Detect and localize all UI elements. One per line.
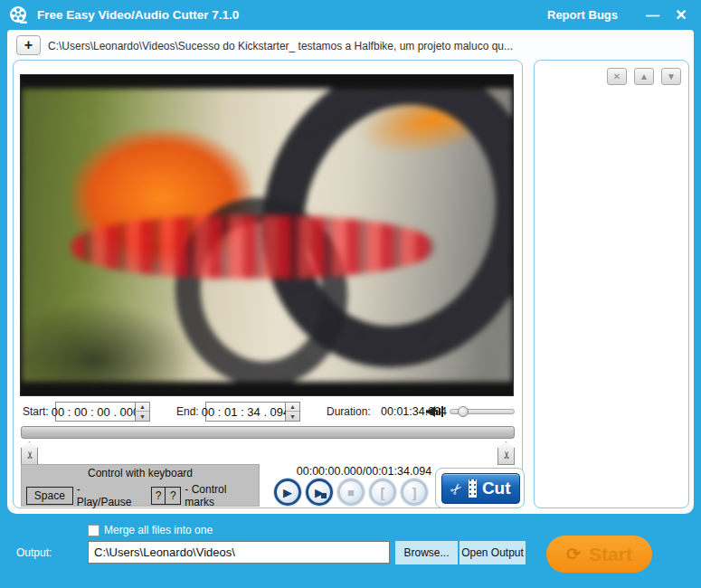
mark-out-button[interactable]: ] [401, 479, 428, 506]
play-pause-hint: - Play/Pause [77, 483, 138, 508]
remove-segment-button[interactable]: ✕ [607, 68, 627, 85]
duration-label: Duration: [327, 405, 371, 418]
speaker-icon[interactable] [426, 405, 442, 418]
scissors-icon: ✂ [497, 450, 516, 459]
playback-controls: ▶ ▶ ■ [ ] [274, 479, 428, 506]
end-spin-up-icon[interactable]: ▲ [286, 403, 299, 412]
move-up-icon: ▲ [639, 71, 649, 81]
mark-keycap-1: ? [151, 487, 166, 505]
scissors-icon: ✂ [21, 450, 39, 459]
keyboard-help-panel: Control with keyboard Space - Play/Pause… [21, 464, 260, 507]
open-output-button[interactable]: Open Output [459, 541, 526, 564]
play-selection-button[interactable]: ▶ [306, 479, 333, 506]
end-time-stepper[interactable]: ▲ ▼ [286, 402, 300, 422]
app-logo-icon [8, 5, 30, 26]
mark-in-button[interactable]: [ [369, 479, 396, 506]
cut-scissors-icon: ✂ [447, 479, 468, 499]
output-path-input[interactable] [88, 541, 390, 564]
space-keycap: Space [26, 487, 73, 505]
cut-start-marker[interactable]: ✂ [21, 441, 38, 465]
start-label: Start: [23, 405, 49, 418]
add-file-button[interactable]: + [16, 35, 41, 55]
start-button[interactable]: ⟳ Start [546, 536, 652, 573]
refresh-icon: ⟳ [566, 545, 581, 563]
content-area: + C:\Users\Leonardo\Videos\Sucesso do Ki… [7, 30, 694, 514]
volume-slider[interactable] [450, 409, 515, 414]
output-bar: Merge all files into one Output: Browse.… [0, 514, 701, 588]
move-up-button[interactable]: ▲ [634, 68, 654, 85]
volume-slider-thumb[interactable] [458, 406, 469, 417]
close-button[interactable]: ✕ [670, 6, 692, 24]
stop-icon: ■ [347, 487, 355, 498]
segment-list-panel: ✕ ▲ ▼ [534, 60, 689, 508]
video-frame-art [22, 89, 512, 382]
output-label: Output: [16, 546, 52, 559]
control-marks-hint: - Control marks [185, 483, 259, 508]
end-spin-down-icon[interactable]: ▼ [286, 412, 299, 421]
file-tab[interactable]: C:\Users\Leonardo\Videos\Sucesso do Kick… [48, 40, 513, 52]
merge-files-checkbox[interactable] [88, 525, 99, 536]
stop-button[interactable]: ■ [337, 479, 365, 506]
merge-files-label: Merge all files into one [104, 524, 213, 536]
filmstrip-icon [469, 479, 477, 498]
cut-button-label: Cut [482, 479, 511, 498]
mark-out-icon: ] [412, 486, 417, 499]
start-spin-down-icon[interactable]: ▼ [136, 412, 149, 421]
move-down-icon: ▼ [667, 71, 676, 81]
remove-icon: ✕ [613, 71, 620, 81]
minimize-button[interactable]: — [641, 7, 663, 23]
start-button-label: Start [589, 544, 632, 565]
end-time-input[interactable]: 00 : 01 : 34 . 094 [205, 402, 286, 422]
mark-in-icon: [ [381, 486, 385, 499]
start-spin-up-icon[interactable]: ▲ [136, 403, 149, 412]
cut-end-marker[interactable]: ✂ [497, 441, 515, 465]
cut-button-box: ✂ Cut [435, 468, 525, 508]
video-preview[interactable] [20, 74, 514, 396]
playback-time: 00:00:00.000/00:01:34.094 [267, 465, 461, 478]
move-down-button[interactable]: ▼ [661, 68, 681, 85]
play-icon: ▶ [283, 487, 292, 498]
title-bar: Free Easy Video/Audio Cutter 7.1.0 Repor… [0, 0, 701, 30]
browse-button[interactable]: Browse... [395, 541, 458, 564]
start-time-input[interactable]: 00 : 00 : 00 . 000 [55, 402, 136, 422]
start-time-stepper[interactable]: ▲ ▼ [136, 402, 150, 422]
segment-list-toolbar: ✕ ▲ ▼ [607, 68, 681, 85]
report-bugs-link[interactable]: Report Bugs [547, 8, 618, 22]
end-label: End: [176, 405, 199, 418]
app-title: Free Easy Video/Audio Cutter 7.1.0 [37, 8, 239, 22]
merge-files-checkbox-row[interactable]: Merge all files into one [88, 524, 213, 536]
mark-keycap-2: ? [166, 487, 181, 505]
play-button[interactable]: ▶ [274, 479, 301, 506]
seek-bar[interactable] [21, 426, 515, 439]
cut-button[interactable]: ✂ Cut [441, 473, 520, 504]
player-panel: Start: 00 : 00 : 00 . 000 ▲ ▼ End: 00 : … [13, 60, 523, 508]
keyboard-help-title: Control with keyboard [22, 467, 259, 479]
